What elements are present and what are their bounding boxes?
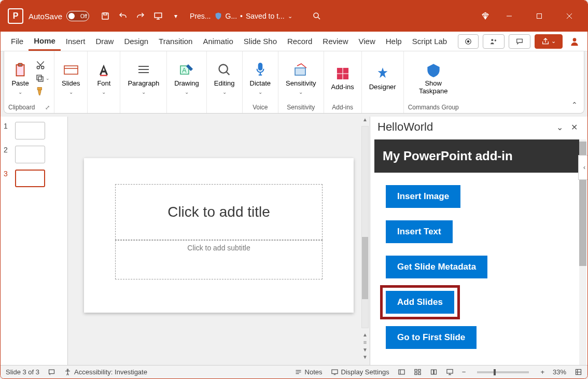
notes-button[interactable]: Notes <box>295 368 323 376</box>
reading-view-icon[interactable] <box>430 368 438 376</box>
save-state-dot: • <box>240 12 243 20</box>
tab-animations[interactable]: Animatio <box>198 32 238 51</box>
copy-icon[interactable]: ⌄ <box>35 74 50 83</box>
autosave-toggle[interactable]: AutoSave Off <box>29 11 89 21</box>
status-bar: Slide 3 of 3 Accessibility: Investigate … <box>1 365 587 378</box>
voice-group-label: Voice <box>253 103 268 112</box>
account-icon[interactable] <box>567 36 582 47</box>
paste-button[interactable]: Paste⌄ <box>8 59 32 97</box>
taskpane-close-icon[interactable]: ✕ <box>567 120 581 134</box>
display-settings-button[interactable]: Display Settings <box>331 368 389 376</box>
qat-overflow-icon[interactable]: ▾ <box>167 7 185 25</box>
svg-rect-28 <box>259 63 262 70</box>
cut-icon[interactable] <box>35 60 46 71</box>
fit-to-window-icon[interactable] <box>575 368 582 376</box>
svg-point-3 <box>314 13 318 18</box>
slideshow-view-icon[interactable] <box>446 368 454 376</box>
svg-rect-17 <box>38 77 43 81</box>
drawing-icon: A <box>178 61 195 79</box>
doc-name[interactable]: Pres... <box>190 12 211 20</box>
diamond-icon[interactable] <box>477 7 494 25</box>
commands-group-label: Commands Group <box>408 103 459 112</box>
comments-qat-button[interactable] <box>509 34 530 49</box>
new-slide-icon <box>62 61 80 79</box>
normal-view-icon[interactable] <box>398 368 405 376</box>
thumb-1[interactable]: 1 <box>4 122 63 139</box>
tab-transitions[interactable]: Transition <box>153 32 198 51</box>
show-taskpane-icon <box>425 61 442 79</box>
taskpane-title: HelloWorld <box>377 120 433 134</box>
svg-rect-43 <box>418 370 421 372</box>
tab-record[interactable]: Record <box>282 32 317 51</box>
svg-rect-1 <box>104 13 107 15</box>
save-icon[interactable] <box>96 7 114 25</box>
record-qat-button[interactable] <box>458 34 479 49</box>
accessibility-button[interactable]: Accessibility: Investigate <box>64 368 147 376</box>
tab-file[interactable]: File <box>6 32 29 51</box>
tab-insert[interactable]: Insert <box>61 32 91 51</box>
redo-icon[interactable] <box>132 7 149 25</box>
taskpane-expand-icon[interactable]: ‹ <box>578 155 588 180</box>
tab-design[interactable]: Design <box>119 32 153 51</box>
sorter-view-icon[interactable] <box>414 368 422 376</box>
thumb-2[interactable]: 2 <box>4 146 63 163</box>
subtitle-placeholder[interactable]: Click to add subtitle <box>115 240 323 279</box>
teams-qat-button[interactable] <box>483 34 505 49</box>
language-icon[interactable] <box>48 368 55 376</box>
insert-text-button[interactable]: Insert Text <box>386 220 453 243</box>
editor-scrollbar[interactable]: ▲ ▲ ≡ ▼ ▼ <box>360 117 370 365</box>
drawing-button[interactable]: A Drawing⌄ <box>171 59 202 97</box>
slide-counter[interactable]: Slide 3 of 3 <box>6 368 39 376</box>
dictate-button[interactable]: Dictate⌄ <box>247 59 274 97</box>
tab-draw[interactable]: Draw <box>90 32 119 51</box>
taskpane-chevron-down-icon[interactable]: ⌄ <box>552 120 567 134</box>
title-placeholder[interactable]: Click to add title <box>115 184 323 240</box>
svg-rect-39 <box>331 370 337 374</box>
current-slide[interactable]: Click to add title Click to add subtitle <box>84 158 354 313</box>
zoom-out-button[interactable]: − <box>462 368 466 376</box>
sensitivity-icon <box>292 61 310 79</box>
designer-icon <box>374 65 391 82</box>
tab-scriptlab[interactable]: Script Lab <box>407 32 453 51</box>
zoom-in-button[interactable]: + <box>540 368 544 376</box>
search-icon[interactable] <box>308 7 326 25</box>
addins-button[interactable]: Add-ins <box>328 63 357 93</box>
save-state-chevron-icon[interactable]: ⌄ <box>288 13 292 20</box>
designer-button[interactable]: Designer <box>366 63 399 93</box>
tab-review[interactable]: Review <box>317 32 353 51</box>
svg-rect-44 <box>415 373 417 375</box>
title-bar: P AutoSave Off ▾ Pres... G... • Saved to… <box>1 1 587 32</box>
add-slides-button[interactable]: Add Slides <box>386 291 454 314</box>
tab-home[interactable]: Home <box>29 32 61 51</box>
slides-button[interactable]: Slides⌄ <box>59 59 83 97</box>
group-commands: Show Taskpane Commands Group <box>404 51 463 113</box>
maximize-button[interactable] <box>524 6 554 26</box>
tab-view[interactable]: View <box>354 32 381 51</box>
tab-slideshow[interactable]: Slide Sho <box>239 32 282 51</box>
zoom-slider[interactable] <box>477 371 529 373</box>
tab-help[interactable]: Help <box>381 32 407 51</box>
sensitivity-button[interactable]: Sensitivity⌄ <box>283 59 319 97</box>
group-voice: Dictate⌄ Voice <box>243 51 278 113</box>
ribbon-tabs: File Home Insert Draw Design Transition … <box>1 32 587 51</box>
zoom-level[interactable]: 33% <box>553 368 566 376</box>
ribbon-collapse-icon[interactable]: ⌃ <box>571 101 578 109</box>
undo-icon[interactable] <box>114 7 132 25</box>
share-button[interactable]: ⌄ <box>535 34 563 49</box>
insert-image-button[interactable]: Insert Image <box>386 185 460 208</box>
thumb-3[interactable]: 3 <box>4 170 63 187</box>
clipboard-dialog-launcher-icon[interactable]: ⤢ <box>45 104 50 111</box>
save-state[interactable]: Saved to t... <box>246 12 285 20</box>
get-slide-metadata-button[interactable]: Get Slide Metadata <box>386 256 487 278</box>
paragraph-button[interactable]: Paragraph⌄ <box>124 59 162 97</box>
close-button[interactable] <box>554 6 584 26</box>
svg-rect-14 <box>18 63 22 66</box>
present-icon[interactable] <box>149 7 167 25</box>
font-button[interactable]: Font⌄ <box>92 59 116 97</box>
goto-first-slide-button[interactable]: Go to First Slide <box>386 326 477 349</box>
format-painter-icon[interactable] <box>35 86 46 96</box>
minimize-button[interactable] <box>494 6 524 26</box>
editing-button[interactable]: Editing⌄ <box>211 59 238 97</box>
show-taskpane-button[interactable]: Show Taskpane <box>412 59 455 97</box>
autosave-switch[interactable]: Off <box>66 11 89 21</box>
